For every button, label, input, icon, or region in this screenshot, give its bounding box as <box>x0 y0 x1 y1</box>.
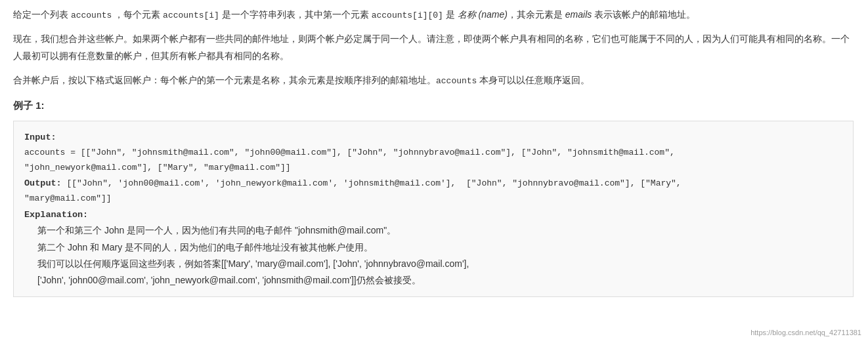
explanation-section: Explanation: <box>24 207 842 223</box>
para1-text-end: 表示该帐户的邮箱地址。 <box>592 9 695 20</box>
para1-text-before: 给定一个列表 <box>13 9 71 20</box>
explanation-item-0: 第一个和第三个 John 是同一个人，因为他们有共同的电子邮件 "johnsmi… <box>37 222 842 239</box>
para1-text-middle2: 是 <box>443 9 458 20</box>
input-section: Input: <box>24 129 842 146</box>
para1-emails-italic: emails <box>565 9 592 20</box>
paragraph-1: 给定一个列表 accounts ，每个元素 accounts[i] 是一个字符串… <box>13 7 854 23</box>
output-section: Output: [["John", 'john00@mail.com', 'jo… <box>24 175 842 192</box>
explanation-item-2: 我们可以以任何顺序返回这些列表，例如答案[['Mary', 'mary@mail… <box>37 256 842 272</box>
para1-text-after: ，每个元素 <box>112 9 163 20</box>
output-label: Output: <box>24 178 62 188</box>
paragraph-2: 现在，我们想合并这些帐户。如果两个帐户都有一些共同的邮件地址，则两个帐户必定属于… <box>13 31 854 64</box>
paragraph-3: 合并帐户后，按以下格式返回帐户：每个帐户的第一个元素是名称，其余元素是按顺序排列… <box>13 72 854 89</box>
para3-text-end: 本身可以以任意顺序返回。 <box>477 75 590 85</box>
para1-text-middle1: 是一个字符串列表，其中第一个元素 <box>219 9 372 20</box>
output-code-2: "mary@mail.com"]] <box>24 192 842 207</box>
input-label: Input: <box>24 132 56 142</box>
para1-text-middle3: ，其余元素是 <box>508 9 565 20</box>
input-code-line2: "john_newyork@mail.com"], ["Mary", "mary… <box>24 161 842 176</box>
para1-accounts-i0-code: accounts[i][0] <box>372 10 443 20</box>
para1-accounts-code: accounts <box>71 10 112 20</box>
example-box: Input: accounts = [["John", "johnsmith@m… <box>13 121 854 297</box>
output-code: [["John", 'john00@mail.com', 'john_newyo… <box>62 178 682 188</box>
explanation-item-3: ['John', 'john00@mail.com', 'john_newyor… <box>37 272 842 289</box>
explanation-item-1: 第二个 John 和 Mary 是不同的人，因为他们的电子邮件地址没有被其他帐户… <box>37 239 842 256</box>
example-title: 例子 1: <box>13 96 854 114</box>
main-content: 给定一个列表 accounts ，每个元素 accounts[i] 是一个字符串… <box>13 7 854 297</box>
para3-text-before: 合并帐户后，按以下格式返回帐户：每个帐户的第一个元素是名称，其余元素是按顺序排列… <box>13 75 436 85</box>
para1-name-italic: 名称 (name) <box>458 9 508 20</box>
explanation-label: Explanation: <box>24 210 88 220</box>
watermark: https://blog.csdn.net/qq_42711381 <box>750 327 861 339</box>
para3-accounts-code: accounts <box>436 76 477 86</box>
para1-accounts-i-code: accounts[i] <box>163 10 219 20</box>
input-code-line1: accounts = [["John", "johnsmith@mail.com… <box>24 146 842 161</box>
